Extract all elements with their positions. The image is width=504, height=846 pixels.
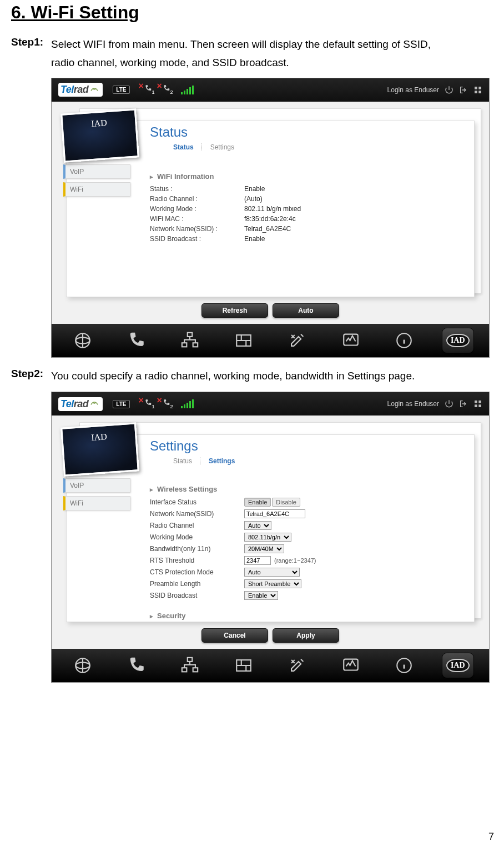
- rts-input[interactable]: [244, 556, 271, 565]
- phone2-off-icon: 2: [163, 399, 173, 409]
- sidebar-item-voip[interactable]: VoIP: [63, 478, 130, 493]
- logo-rad: rad: [74, 84, 89, 96]
- nav-monitor-icon[interactable]: [335, 653, 366, 678]
- card-front: IAD VoIP WiFi Status Status Settings WiF…: [66, 121, 475, 297]
- nav-phone-icon[interactable]: [121, 653, 152, 678]
- bottom-nav: IAD: [52, 649, 489, 682]
- tab-settings[interactable]: Settings: [201, 456, 243, 466]
- doc-heading: 6. Wi-Fi Setting: [11, 0, 493, 23]
- phone1-off-icon: 1: [144, 84, 155, 95]
- logout-icon[interactable]: [459, 399, 468, 408]
- kv-row: Radio Channel :(Auto): [150, 195, 463, 203]
- section-security: Security: [150, 612, 463, 620]
- section-wifi-info: WiFi Information: [150, 172, 463, 181]
- top-indicators: LTE 1 2: [113, 399, 193, 409]
- svg-rect-20: [193, 668, 198, 672]
- card-front: IAD VoIP WiFi Settings Status Settings W…: [66, 434, 475, 622]
- tab-settings[interactable]: Settings: [203, 142, 242, 152]
- cancel-button[interactable]: Cancel: [201, 628, 268, 643]
- tab-status[interactable]: Status: [165, 456, 200, 466]
- grid-icon[interactable]: [473, 86, 482, 94]
- step1-text-line2: radio channel, working mode, and SSID br…: [51, 54, 493, 71]
- page-title: Status: [150, 124, 463, 140]
- kv-row: Status :Enable: [150, 185, 463, 193]
- nav-phone-icon[interactable]: [121, 328, 152, 353]
- svg-rect-6: [188, 333, 193, 337]
- step2-label: Step2:: [11, 368, 51, 380]
- row-cts: CTS Protection Mode Auto: [150, 568, 463, 577]
- nav-tools-icon[interactable]: [281, 653, 313, 678]
- screenshot-status: Telrad LTE 1 2 Login as Enduser: [51, 78, 490, 358]
- row-ssid-broadcast: SSID Broadcast Enable: [150, 591, 463, 600]
- lte-indicator: LTE: [113, 86, 129, 94]
- nav-firewall-icon[interactable]: [228, 328, 259, 353]
- working-mode-select[interactable]: 802.11b/g/n: [244, 533, 291, 542]
- sidebar-item-wifi[interactable]: WiFi: [63, 182, 130, 197]
- nav-info-icon[interactable]: [389, 328, 420, 353]
- nav-globe-icon[interactable]: [67, 653, 98, 678]
- enable-button[interactable]: Enable: [244, 498, 271, 507]
- logo-rad: rad: [74, 398, 89, 410]
- row-ssid: Network Name(SSID): [150, 509, 463, 518]
- subtabs: Status Settings: [165, 142, 463, 152]
- nav-network-icon[interactable]: [174, 328, 205, 353]
- top-right: Login as Enduser: [387, 399, 482, 408]
- row-rts: RTS Threshold (range:1~2347): [150, 556, 463, 565]
- nav-iad-icon[interactable]: IAD: [442, 653, 473, 678]
- nav-tools-icon[interactable]: [281, 328, 313, 353]
- logo: Telrad: [58, 397, 103, 411]
- login-text: Login as Enduser: [387, 400, 439, 408]
- ssid-input[interactable]: [244, 509, 305, 518]
- logout-icon[interactable]: [459, 86, 468, 94]
- step2-text: You could specify a radio channel, worki…: [51, 368, 493, 384]
- refresh-button[interactable]: Refresh: [201, 303, 268, 318]
- step1-label: Step1:: [11, 36, 51, 48]
- row-radio-channel: Radio Channel Auto: [150, 521, 463, 530]
- apply-button[interactable]: Apply: [273, 628, 339, 643]
- step1-row: Step1: Select WIFI from main menu. Then …: [11, 36, 493, 52]
- row-bandwidth: Bandwidth(only 11n) 20M/40M: [150, 544, 463, 553]
- step2-row: Step2: You could specify a radio channel…: [11, 368, 493, 384]
- sidebar-item-voip[interactable]: VoIP: [63, 164, 130, 179]
- screenshot-settings: Telrad LTE 1 2 Login as Enduser: [51, 392, 490, 683]
- svg-rect-0: [475, 87, 477, 89]
- nav-globe-icon[interactable]: [67, 328, 98, 353]
- page-title: Settings: [150, 438, 463, 454]
- topbar: Telrad LTE 1 2 Login as Enduser: [52, 392, 489, 416]
- iad-badge: IAD: [61, 108, 139, 162]
- svg-rect-13: [478, 401, 481, 403]
- signal-icon: [181, 86, 194, 94]
- nav-firewall-icon[interactable]: [228, 653, 259, 678]
- phone2-off-icon: 2: [163, 84, 173, 95]
- svg-rect-1: [478, 87, 481, 89]
- bottom-nav: IAD: [52, 324, 489, 357]
- nav-network-icon[interactable]: [174, 653, 205, 678]
- row-interface-status: Interface Status Enable Disable: [150, 498, 463, 507]
- power-icon[interactable]: [445, 86, 453, 94]
- tab-status[interactable]: Status: [165, 142, 201, 152]
- lte-indicator: LTE: [113, 400, 129, 408]
- ssid-broadcast-select[interactable]: Enable: [244, 591, 278, 600]
- swirl-icon: [89, 85, 99, 95]
- sidebar-item-wifi[interactable]: WiFi: [63, 496, 130, 510]
- logo-tel: Tel: [61, 84, 74, 96]
- cts-select[interactable]: Auto: [244, 568, 300, 577]
- swirl-icon: [89, 399, 99, 409]
- auto-button[interactable]: Auto: [273, 303, 339, 318]
- topbar: Telrad LTE 1 2 Login as Enduser: [52, 78, 489, 102]
- grid-icon[interactable]: [473, 399, 482, 408]
- power-icon[interactable]: [445, 399, 453, 408]
- radio-channel-select[interactable]: Auto: [244, 521, 271, 530]
- nav-info-icon[interactable]: [389, 653, 420, 678]
- nav-monitor-icon[interactable]: [335, 328, 366, 353]
- nav-iad-icon[interactable]: IAD: [442, 328, 473, 353]
- preamble-select[interactable]: Short Preamble: [244, 579, 301, 588]
- section-wireless-settings: Wireless Settings: [150, 485, 463, 493]
- svg-rect-8: [193, 343, 198, 347]
- row-preamble: Preamble Length Short Preamble: [150, 579, 463, 588]
- kv-row: SSID Broadcast :Enable: [150, 235, 463, 243]
- svg-rect-19: [182, 668, 187, 672]
- bandwidth-select[interactable]: 20M/40M: [244, 544, 284, 553]
- svg-rect-7: [182, 343, 187, 347]
- disable-button[interactable]: Disable: [272, 498, 300, 507]
